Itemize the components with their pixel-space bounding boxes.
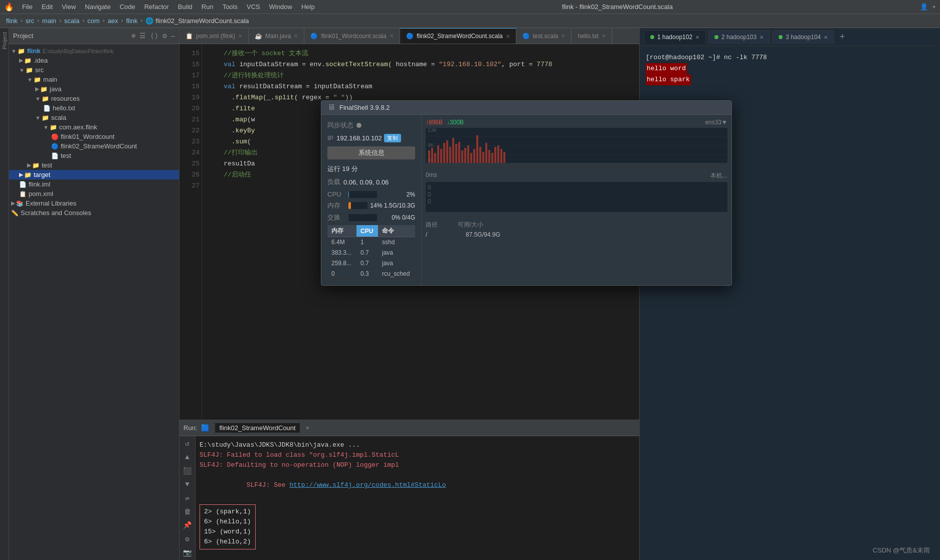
ip-label: IP	[327, 134, 333, 142]
svg-rect-14	[461, 150, 463, 163]
user-icon[interactable]: 👤 ▾	[920, 3, 936, 11]
tab-104-close[interactable]: ✕	[824, 35, 828, 40]
tab-test[interactable]: 🔵 test.scala ✕	[516, 28, 572, 44]
tree-hellotxt[interactable]: 📄 hello.txt	[9, 103, 179, 113]
pin-button[interactable]: 📌	[181, 520, 194, 530]
add-icon[interactable]: ⊕	[131, 32, 135, 40]
list-icon[interactable]: ☰	[139, 32, 146, 40]
tab-hello[interactable]: hello.txt ✕	[572, 28, 612, 44]
tree-comaex[interactable]: ▼ 📁 com.aex.flink	[9, 122, 179, 132]
tab-102-close[interactable]: ✕	[695, 35, 699, 40]
tree-scala[interactable]: ▼ 📁 scala	[9, 113, 179, 122]
stop-button[interactable]: ⬛	[181, 465, 194, 476]
menu-help[interactable]: Help	[297, 2, 319, 12]
tab-flink02[interactable]: 🔵 flink02_StrameWordCount.scala ✕	[400, 28, 516, 44]
menu-code[interactable]: Code	[116, 2, 139, 12]
tab-main-close[interactable]: ✕	[294, 33, 298, 39]
ip-value: 192.168.10.102	[336, 134, 382, 142]
settings-icon[interactable]: ⚙	[162, 32, 166, 40]
proc-1-cmd: sshd	[378, 237, 415, 248]
tab-pom[interactable]: 📋 pom.xml (flink) ✕	[179, 28, 249, 44]
col-mem[interactable]: 内存	[327, 225, 356, 237]
col-cmd[interactable]: 命令	[378, 225, 415, 237]
tree-main[interactable]: ▼ 📁 main	[9, 75, 179, 84]
col-cpu[interactable]: CPU	[356, 225, 378, 237]
breadcrumb-file[interactable]: flink02_StrameWordCount.scala	[155, 17, 249, 25]
collapse-icon[interactable]: ⟨⟩	[150, 32, 158, 40]
tab-hello-close[interactable]: ✕	[602, 33, 606, 39]
menu-navigate[interactable]: Navigate	[81, 2, 114, 12]
breadcrumb-com[interactable]: com	[87, 17, 100, 25]
popup-icon: 🖥	[327, 103, 335, 112]
popup-left: 同步状态 IP 192.168.10.102 复制 系统信息 运行 19 分 负…	[321, 115, 422, 285]
run-tab-close[interactable]: ✕	[306, 424, 309, 432]
breadcrumb-flink[interactable]: flink	[6, 17, 18, 25]
tab-103-close[interactable]: ✕	[760, 35, 764, 40]
svg-rect-3	[428, 150, 430, 163]
proc-2-cmd: java	[378, 248, 415, 258]
settings2-button[interactable]: ⚙	[181, 534, 194, 544]
tab-test-close[interactable]: ✕	[561, 33, 565, 39]
tree-flink02[interactable]: 🔵 flink02_StrameWordCount	[9, 141, 179, 151]
wrap-button[interactable]: ⇌	[181, 493, 194, 503]
status-row: 同步状态	[327, 121, 415, 130]
breadcrumb-scala[interactable]: scala	[64, 17, 79, 25]
hide-icon[interactable]: —	[171, 32, 175, 40]
copy-btn[interactable]: 复制	[384, 134, 401, 142]
breadcrumb-flink2[interactable]: flink	[126, 17, 137, 25]
run-output[interactable]: E:\study\Javas\JDKS\JDK8\bin\java.exe ..…	[196, 436, 639, 560]
tree-test[interactable]: 📄 test	[9, 151, 179, 160]
menu-run[interactable]: Run	[198, 2, 218, 12]
disk-avail-header: 可用/大小	[458, 221, 483, 229]
camera-button[interactable]: 📷	[181, 547, 194, 558]
terminal-add-tab[interactable]: +	[836, 31, 848, 43]
tree-ext-libs[interactable]: ▶ 📚 External Libraries	[9, 199, 179, 208]
tree-src[interactable]: ▼ 📁 src	[9, 65, 179, 75]
rerun-button[interactable]: ↺	[181, 438, 194, 449]
scroll-down-button[interactable]: ▼	[181, 479, 194, 490]
clear-button[interactable]: 🗑	[181, 506, 194, 517]
menu-vcs[interactable]: VCS	[243, 2, 264, 12]
breadcrumb-src[interactable]: src	[26, 17, 34, 25]
menu-view[interactable]: View	[58, 2, 80, 12]
run-tab-flink02[interactable]: flink02_StrameWordCount	[215, 423, 299, 433]
menu-window[interactable]: Window	[265, 2, 296, 12]
disk-section: 路径 可用/大小 / 87.5G/94.9G	[422, 217, 731, 242]
tree-flink-iml[interactable]: 📄 flink.iml	[9, 179, 179, 189]
mem-stat-value: 14% 1.5G/10.3G	[370, 202, 415, 209]
sysinfo-btn[interactable]: 系统信息	[327, 146, 415, 159]
breadcrumb-aex[interactable]: aex	[108, 17, 118, 25]
tree-java[interactable]: ▶ 📁 java	[9, 84, 179, 94]
menu-refactor[interactable]: Refactor	[140, 2, 173, 12]
bookmark-project[interactable]: Project	[2, 32, 8, 49]
breadcrumb-main[interactable]: main	[42, 17, 56, 25]
code-line-16: val inputDataStream = env.socketTextStre…	[208, 59, 633, 70]
swap-stat-row: 交换 0% 0/4G	[327, 213, 415, 222]
tree-idea[interactable]: ▶ 📁 .idea	[9, 56, 179, 65]
terminal-tab-104[interactable]: 3 hadoop104 ✕	[772, 30, 834, 44]
tree-pom[interactable]: 📋 pom.xml	[9, 189, 179, 199]
tab-flink01-close[interactable]: ✕	[390, 33, 394, 39]
tree-scratches[interactable]: ✏️ Scratches and Consoles	[9, 208, 179, 218]
tree-target[interactable]: ▶ 📁 target	[9, 170, 179, 179]
tree-root[interactable]: ▼ 📁 flink E:\study\BigDatas\Flinks\flink	[9, 46, 179, 56]
tab-pom-close[interactable]: ✕	[238, 33, 242, 39]
tree-resources[interactable]: ▼ 📁 resources	[9, 94, 179, 103]
tree-flink01[interactable]: 🔴 flink01_Wordcount	[9, 132, 179, 141]
menu-file[interactable]: File	[18, 2, 37, 12]
popup-right: ↑896B ↓300B ens33 ▼ 13K 9K 4K	[422, 115, 731, 285]
terminal-tab-102[interactable]: 1 hadoop102 ✕	[644, 30, 706, 44]
tab-main[interactable]: ☕ Main.java ✕	[249, 28, 304, 44]
tree-test-folder[interactable]: ▶ 📁 test	[9, 160, 179, 170]
menu-build[interactable]: Build	[174, 2, 197, 12]
tab-flink01[interactable]: 🔵 flink01_Wordcount.scala ✕	[304, 28, 400, 44]
menu-tools[interactable]: Tools	[219, 2, 242, 12]
latency-graph: 0 0 0	[426, 182, 727, 212]
status-dot	[356, 123, 361, 128]
net-expand-icon[interactable]: ▼	[721, 119, 727, 126]
menu-edit[interactable]: Edit	[38, 2, 57, 12]
tab-flink02-close[interactable]: ✕	[506, 34, 510, 39]
terminal-tab-103[interactable]: 2 hadoop103 ✕	[708, 30, 770, 44]
scroll-up-button[interactable]: ▲	[181, 452, 194, 462]
result-1: 2> (spark,1)	[204, 507, 251, 517]
